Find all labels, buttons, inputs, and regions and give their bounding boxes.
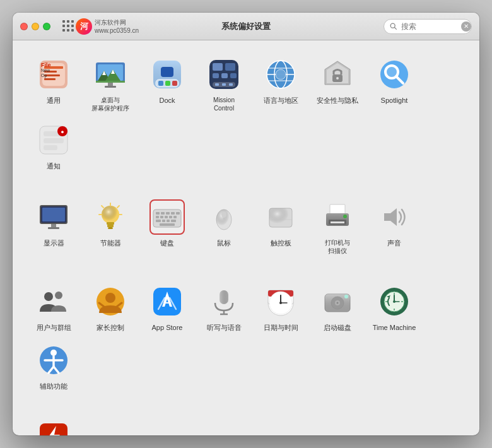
item-accessibility[interactable]: 辅助功能 — [25, 338, 82, 396]
traffic-lights — [20, 23, 50, 30]
mouse-icon-wrapper — [206, 199, 242, 235]
item-keyboard[interactable]: 键盘 — [139, 194, 196, 260]
svg-rect-32 — [230, 73, 237, 78]
general-icon-wrapper: File New Op — [36, 57, 71, 92]
section-2: 显示器 — [13, 183, 479, 268]
search-input[interactable] — [401, 22, 458, 31]
datetime-label: 日期与时间 — [264, 323, 298, 332]
item-energy[interactable]: 节能器 — [82, 194, 139, 260]
svg-rect-34 — [215, 83, 219, 86]
item-printer[interactable]: 打印机与 扫描仪 — [309, 194, 366, 260]
svg-rect-61 — [42, 208, 65, 221]
close-button[interactable] — [20, 23, 28, 30]
svg-rect-97 — [330, 204, 345, 215]
item-display[interactable]: 显示器 — [25, 194, 82, 260]
item-mouse[interactable]: 鼠标 — [196, 194, 252, 260]
content-area: File New Op 通用 — [13, 40, 479, 435]
item-spotlight[interactable]: Spotlight — [366, 52, 423, 117]
users-icon-wrapper — [36, 284, 71, 319]
item-startup[interactable]: 启动磁盘 — [309, 279, 366, 337]
timemachine-label: Time Machine — [373, 323, 416, 332]
item-sound[interactable]: 声音 — [366, 194, 423, 260]
item-desktop[interactable]: 桌面与 屏幕保护程序 — [82, 52, 139, 117]
svg-point-107 — [105, 293, 115, 303]
notification-icon-wrapper: ● — [36, 122, 71, 158]
item-language[interactable]: 语言与地区 — [252, 52, 309, 117]
minimize-button[interactable] — [32, 23, 39, 30]
spotlight-icon-wrapper — [377, 57, 412, 92]
item-notification[interactable]: ● 通知 — [25, 117, 82, 175]
item-mission[interactable]: Mission Control — [196, 52, 252, 117]
datetime-icon-wrapper: 18 T F S S — [263, 284, 298, 319]
svg-text:New: New — [41, 68, 50, 73]
svg-line-71 — [102, 206, 103, 208]
grid-icon — [62, 20, 74, 32]
trackpad-icon — [264, 201, 297, 233]
svg-line-1 — [394, 27, 396, 29]
dock-icon — [151, 58, 184, 91]
section-1: File New Op 通用 — [13, 40, 479, 183]
item-parental[interactable]: 家长控制 — [82, 279, 139, 337]
printer-icon-wrapper — [320, 199, 355, 235]
item-appstore[interactable]: App Store — [139, 279, 196, 337]
search-box[interactable]: ✕ — [384, 19, 472, 34]
grid-button[interactable] — [61, 19, 76, 34]
svg-point-93 — [221, 211, 226, 218]
item-dictation[interactable]: 听写与语音 — [196, 279, 252, 337]
svg-rect-84 — [173, 216, 177, 218]
svg-point-134 — [337, 302, 339, 304]
svg-text:Op: Op — [41, 73, 47, 78]
accessibility-icon-wrapper — [36, 343, 71, 378]
svg-rect-19 — [105, 86, 116, 88]
item-users[interactable]: 用户与群组 — [25, 279, 82, 337]
svg-point-102 — [343, 215, 347, 218]
svg-rect-82 — [165, 216, 168, 218]
timemachine-icon-wrapper — [377, 284, 412, 319]
item-dock[interactable]: Dock — [139, 52, 196, 117]
general-label: 通用 — [47, 96, 61, 105]
svg-text:●: ● — [61, 129, 64, 135]
flash-icon-wrapper — [36, 420, 71, 435]
svg-rect-95 — [269, 208, 292, 227]
svg-rect-7 — [44, 78, 56, 80]
dictation-icon-wrapper — [206, 284, 242, 319]
mouse-label: 鼠标 — [217, 239, 231, 247]
search-clear-button[interactable]: ✕ — [461, 21, 471, 32]
printer-label: 打印机与 扫描仪 — [325, 239, 350, 255]
svg-rect-55 — [44, 145, 57, 150]
users-label: 用户与群组 — [37, 323, 71, 332]
dock-icon-wrapper — [149, 57, 185, 92]
item-general[interactable]: File New Op 通用 — [25, 52, 82, 117]
item-security[interactable]: 安全性与隐私 — [309, 52, 366, 117]
mission-icon-wrapper — [206, 57, 242, 92]
general-icon: File New Op — [37, 58, 70, 91]
flash-icon — [37, 421, 70, 435]
item-datetime[interactable]: 18 T F S S 日期与时间 — [252, 279, 309, 337]
accessibility-icon — [37, 344, 70, 377]
maximize-button[interactable] — [43, 23, 50, 30]
svg-rect-76 — [161, 212, 165, 215]
watermark-text: 河东软件网 www.pc0359.cn — [95, 18, 139, 35]
svg-rect-35 — [222, 83, 226, 86]
display-icon-wrapper — [36, 199, 71, 235]
system-preferences-window: 系统偏好设置 ✕ 河 河东软件网 www.pc0359.cn — [13, 13, 479, 435]
svg-rect-28 — [213, 63, 223, 71]
desktop-icon — [94, 58, 127, 91]
svg-rect-85 — [156, 220, 161, 222]
item-timemachine[interactable]: Time Machine — [366, 279, 423, 337]
keyboard-label: 键盘 — [160, 239, 174, 247]
spotlight-label: Spotlight — [381, 96, 408, 105]
parental-icon — [94, 285, 127, 318]
security-label: 安全性与隐私 — [317, 96, 358, 105]
appstore-icon-wrapper — [149, 284, 185, 319]
item-trackpad[interactable]: 触控板 — [252, 194, 309, 260]
svg-rect-80 — [156, 216, 159, 218]
svg-rect-101 — [331, 221, 344, 223]
energy-icon-wrapper — [93, 199, 128, 235]
svg-rect-75 — [156, 212, 160, 215]
security-icon-wrapper — [320, 57, 355, 92]
item-flash[interactable]: Flash Player — [25, 415, 82, 435]
keyboard-icon-wrapper — [149, 199, 185, 235]
svg-rect-31 — [221, 73, 228, 78]
display-label: 显示器 — [44, 239, 64, 247]
